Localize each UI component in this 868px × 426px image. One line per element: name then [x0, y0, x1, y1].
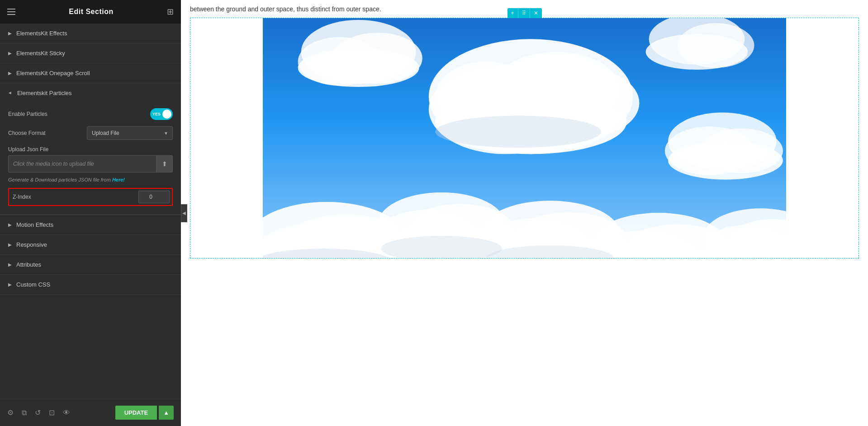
accordion-label-motion: Motion Effects — [16, 221, 53, 228]
svg-point-17 — [668, 141, 783, 180]
accordion-motion-effects: ▶ Motion Effects — [0, 215, 181, 235]
accordion-label-custom-css: Custom CSS — [16, 281, 50, 288]
hamburger-menu-icon[interactable] — [7, 9, 15, 15]
format-select-wrapper: Upload File Custom Code ▼ — [87, 126, 173, 140]
arrow-attributes-icon: ▶ — [8, 262, 12, 267]
zindex-highlighted-wrapper: Z-Index — [8, 188, 173, 206]
history-icon[interactable]: ↺ — [35, 408, 41, 417]
accordion-label-responsive: Responsive — [16, 241, 47, 248]
accordion-label-attributes: Attributes — [16, 261, 41, 268]
accordion-header-custom-css[interactable]: ▶ Custom CSS — [0, 275, 181, 294]
accordion-header-effects[interactable]: ▶ ElementsKit Effects — [0, 24, 181, 43]
responsive-icon[interactable]: ⊡ — [49, 408, 55, 417]
arrow-custom-css-icon: ▶ — [8, 282, 12, 287]
toolbar-right: UPDATE ▲ — [115, 406, 174, 420]
enable-particles-toggle[interactable]: YES — [150, 108, 173, 120]
zindex-row: Z-Index — [11, 191, 170, 203]
canvas-wrapper: + ⠿ ✕ ✎ — [190, 18, 859, 258]
toggle-knob — [162, 110, 171, 119]
sky-image — [263, 18, 786, 258]
clouds-svg — [263, 18, 786, 258]
drag-section-button[interactable]: ⠿ — [518, 8, 530, 18]
svg-point-10 — [298, 48, 419, 87]
upload-input-row: Click the media icon to upload file ⬆ — [8, 155, 173, 172]
accordion-header-motion[interactable]: ▶ Motion Effects — [0, 215, 181, 235]
panel-title: Edit Section — [69, 8, 113, 16]
upload-json-label: Upload Json File — [8, 146, 173, 153]
update-arrow-button[interactable]: ▲ — [159, 406, 174, 420]
accordion-label-sticky: ElementsKit Sticky — [16, 50, 65, 57]
accordion-attributes: ▶ Attributes — [0, 255, 181, 275]
image-container: ✎ — [263, 18, 786, 258]
choose-format-label: Choose Format — [8, 130, 46, 136]
arrow-effects-icon: ▶ — [8, 31, 12, 36]
toggle-yes-label: YES — [152, 112, 161, 116]
accordion-header-responsive[interactable]: ▶ Responsive — [0, 235, 181, 254]
arrow-motion-icon: ▶ — [8, 222, 12, 227]
arrow-particles-icon: ▼ — [8, 91, 13, 96]
toggle-bg[interactable]: YES — [150, 108, 173, 120]
panel-header: Edit Section ⊞ — [0, 0, 181, 24]
page-text-content: between the ground and outer space, thus… — [190, 5, 381, 13]
grid-icon[interactable]: ⊞ — [167, 7, 174, 17]
settings-icon[interactable]: ⚙ — [7, 408, 14, 417]
left-panel: Edit Section ⊞ ◀ ▶ ElementsKit Effects ▶… — [0, 0, 181, 426]
accordion-header-onepage[interactable]: ▶ ElementsKit Onepage Scroll — [0, 63, 181, 83]
choose-format-row: Choose Format Upload File Custom Code ▼ — [8, 126, 173, 140]
enable-particles-label: Enable Particles — [8, 111, 47, 117]
upload-placeholder-text: Click the media icon to upload file — [9, 157, 156, 171]
accordion-custom-css: ▶ Custom CSS — [0, 275, 181, 295]
accordion-elementskit-particles: ▼ Elementskit Particles Enable Particles… — [0, 83, 181, 215]
accordion-label-effects: ElementsKit Effects — [16, 30, 67, 37]
accordion-header-attributes[interactable]: ▶ Attributes — [0, 255, 181, 274]
enable-particles-row: Enable Particles YES — [8, 108, 173, 120]
accordion-responsive: ▶ Responsive — [0, 235, 181, 255]
svg-point-13 — [646, 34, 748, 70]
generate-text: Generate & Download particles JSON file … — [8, 177, 112, 182]
main-content: between the ground and outer space, thus… — [181, 0, 868, 426]
add-section-button[interactable]: + — [507, 8, 517, 18]
generate-link-row: Generate & Download particles JSON file … — [8, 177, 173, 182]
upload-json-section: Upload Json File Click the media icon to… — [8, 146, 173, 172]
accordion-label-particles: Elementskit Particles — [17, 90, 72, 96]
panel-collapse-btn[interactable]: ◀ — [181, 204, 187, 222]
generate-here-link[interactable]: Here! — [112, 177, 125, 182]
particles-body: Enable Particles YES Choose Format Uploa… — [0, 103, 181, 215]
accordion-header-sticky[interactable]: ▶ ElementsKit Sticky — [0, 43, 181, 63]
arrow-responsive-icon: ▶ — [8, 242, 12, 247]
section-float-toolbar: + ⠿ ✕ — [507, 8, 541, 18]
panel-content: ▶ ElementsKit Effects ▶ ElementsKit Stic… — [0, 24, 181, 399]
accordion-header-particles[interactable]: ▼ Elementskit Particles — [0, 83, 181, 103]
accordion-elementskit-sticky: ▶ ElementsKit Sticky — [0, 43, 181, 63]
zindex-label: Z-Index — [11, 194, 31, 200]
panel-toolbar: ⚙ ⧉ ↺ ⊡ 👁 UPDATE ▲ — [0, 399, 181, 426]
zindex-input[interactable] — [138, 191, 170, 203]
close-section-button[interactable]: ✕ — [530, 8, 542, 18]
update-button[interactable]: UPDATE — [115, 406, 157, 420]
accordion-label-onepage: ElementsKit Onepage Scroll — [16, 70, 90, 77]
svg-point-42 — [435, 116, 601, 148]
accordion-elementskit-effects: ▶ ElementsKit Effects — [0, 24, 181, 43]
outer-section-border: + ⠿ ✕ ✎ — [190, 18, 859, 258]
preview-icon[interactable]: 👁 — [63, 409, 70, 417]
arrow-sticky-icon: ▶ — [8, 51, 12, 56]
arrow-onepage-icon: ▶ — [8, 71, 12, 76]
format-select[interactable]: Upload File Custom Code — [87, 126, 173, 140]
accordion-elementskit-onepage: ▶ ElementsKit Onepage Scroll — [0, 63, 181, 83]
upload-media-button[interactable]: ⬆ — [156, 156, 172, 172]
layers-icon[interactable]: ⧉ — [22, 409, 27, 417]
toolbar-icons-group: ⚙ ⧉ ↺ ⊡ 👁 — [7, 408, 70, 417]
